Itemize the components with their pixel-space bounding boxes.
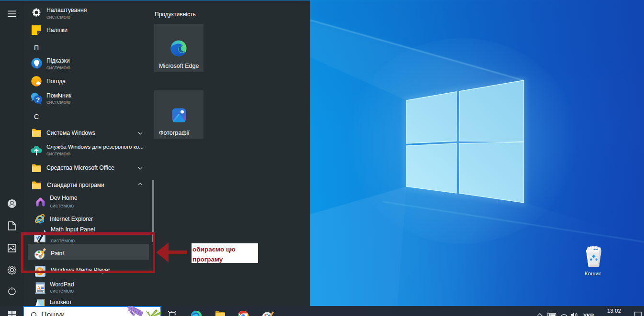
svg-text:?: ? (36, 96, 40, 103)
